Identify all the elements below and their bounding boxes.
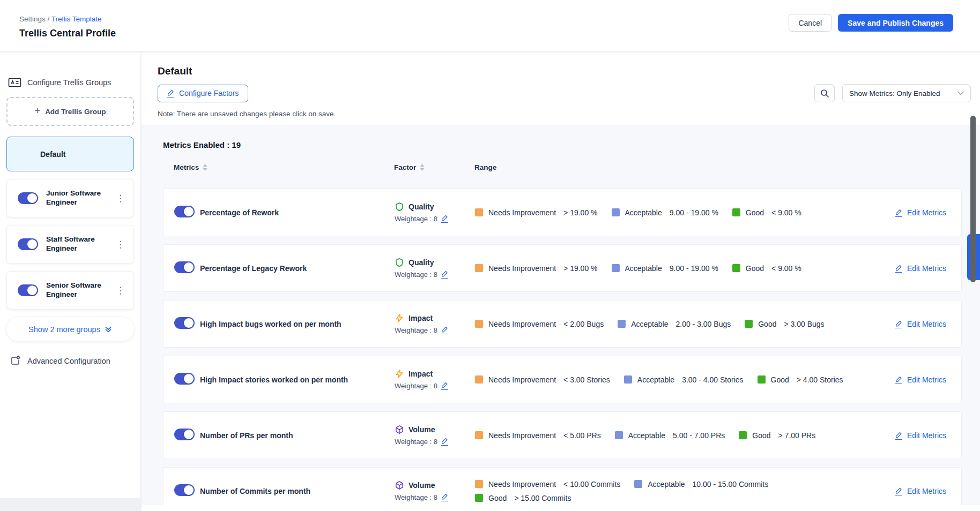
- metric-enabled-toggle[interactable]: [174, 261, 195, 273]
- edit-metrics-link[interactable]: Edit Metrics: [895, 320, 946, 328]
- sidebar-group-default[interactable]: Default: [6, 137, 134, 171]
- kebab-menu-icon[interactable]: ⋮: [115, 238, 126, 251]
- range-color-swatch: [475, 494, 483, 502]
- edit-metrics-link[interactable]: Edit Metrics: [895, 431, 946, 440]
- sort-factor-icon[interactable]: [420, 164, 425, 171]
- range-label: Good: [746, 264, 764, 273]
- factor-name: Quality: [409, 258, 434, 267]
- range-label: Acceptable: [631, 320, 668, 328]
- group-name: Senior Software Engineer: [46, 281, 115, 299]
- range-value: 3.00 - 4.00 Stories: [682, 375, 743, 384]
- breadcrumb-settings[interactable]: Settings: [19, 15, 46, 23]
- kebab-menu-icon[interactable]: ⋮: [115, 192, 126, 205]
- edit-metrics-label: Edit Metrics: [907, 431, 946, 440]
- metric-row: Percentage of Legacy Rework Quality Weig…: [163, 244, 962, 292]
- range-value: > 15.00 Commits: [514, 494, 571, 502]
- group-title: Default: [158, 65, 971, 77]
- metric-enabled-toggle[interactable]: [174, 373, 195, 385]
- edit-weightage-icon[interactable]: [441, 270, 448, 279]
- double-chevron-down-icon: [105, 326, 112, 333]
- range-chip: Good < 9.00 %: [732, 208, 801, 217]
- range-color-swatch: [618, 320, 626, 328]
- range-label: Needs Improvement: [488, 431, 556, 440]
- add-trellis-group-button[interactable]: + Add Trellis Group: [6, 97, 134, 126]
- group-enabled-toggle[interactable]: [18, 238, 38, 250]
- metric-name: Number of PRs per month: [200, 431, 395, 440]
- sort-metrics-icon[interactable]: [203, 164, 207, 171]
- sidebar-group-card[interactable]: Senior Software Engineer ⋮: [6, 271, 134, 310]
- kebab-menu-icon[interactable]: ⋮: [115, 284, 126, 297]
- sidebar-group-card[interactable]: Staff Software Engineer ⋮: [6, 225, 134, 264]
- range-chip: Good > 7.00 PRs: [739, 431, 815, 440]
- edit-weightage-icon[interactable]: [441, 437, 448, 446]
- factor-name: Quality: [409, 202, 434, 211]
- weightage-text: Weightage : 8: [395, 438, 437, 446]
- sidebar-group-card[interactable]: Junior Software Engineer ⋮: [6, 179, 134, 217]
- col-range-label: Range: [474, 163, 496, 171]
- metric-name: Percentage of Legacy Rework: [200, 264, 395, 273]
- configure-factors-button[interactable]: Configure Factors: [158, 85, 248, 102]
- advanced-config-label: Advanced Configuration: [27, 357, 110, 365]
- edit-metrics-link[interactable]: Edit Metrics: [895, 487, 946, 495]
- edit-weightage-icon[interactable]: [441, 326, 448, 334]
- metric-name: Number of Commits per month: [200, 487, 395, 495]
- edit-metrics-link[interactable]: Edit Metrics: [895, 208, 946, 217]
- edit-metrics-label: Edit Metrics: [907, 208, 946, 217]
- cancel-button[interactable]: Cancel: [789, 14, 831, 32]
- factor-name: Volume: [409, 481, 435, 490]
- breadcrumb-trellis-template[interactable]: Trellis Template: [51, 15, 102, 23]
- plus-icon: +: [35, 106, 41, 117]
- factor-name: Impact: [409, 370, 433, 378]
- range-chip: Good > 3.00 Bugs: [745, 320, 824, 328]
- metric-enabled-toggle[interactable]: [174, 429, 195, 440]
- range-label: Good: [746, 208, 764, 217]
- range-value: 9.00 - 19.00 %: [670, 208, 718, 217]
- pencil-icon: [895, 487, 902, 495]
- vertical-scrollbar-thumb[interactable]: [970, 116, 976, 282]
- edit-metrics-label: Edit Metrics: [907, 375, 946, 384]
- range-value: < 9.00 %: [771, 208, 801, 217]
- search-button[interactable]: [814, 84, 835, 102]
- range-cell: Needs Improvement < 2.00 Bugs Acceptable…: [475, 320, 866, 328]
- range-label: Acceptable: [637, 375, 674, 384]
- metric-row: Number of PRs per month Volume Weightage…: [163, 411, 962, 459]
- edit-weightage-icon[interactable]: [441, 381, 448, 390]
- show-metrics-value: Show Metrics: Only Enabled: [849, 89, 940, 97]
- edit-metrics-link[interactable]: Edit Metrics: [895, 375, 946, 384]
- range-value: 5.00 - 7.00 PRs: [673, 431, 725, 440]
- metric-enabled-toggle[interactable]: [174, 206, 195, 217]
- sidebar: Configure Trellis Groups + Add Trellis G…: [0, 52, 141, 498]
- edit-weightage-icon[interactable]: [441, 493, 448, 501]
- save-publish-button[interactable]: Save and Publish Changes: [838, 14, 953, 32]
- range-value: < 3.00 Stories: [563, 375, 610, 384]
- factor-name: Impact: [409, 314, 433, 322]
- metric-name: High Impact stories worked on per month: [200, 375, 395, 384]
- group-enabled-toggle[interactable]: [18, 192, 38, 204]
- range-value: < 2.00 Bugs: [563, 320, 604, 328]
- metric-row: Percentage of Rework Quality Weightage :…: [163, 189, 962, 236]
- factor-icon: [395, 202, 404, 212]
- range-label: Acceptable: [628, 431, 665, 440]
- edit-weightage-icon[interactable]: [441, 214, 448, 223]
- range-value: < 9.00 %: [771, 264, 801, 273]
- range-chip: Acceptable 10.00 - 15.00 Commits: [634, 480, 768, 489]
- metric-enabled-toggle[interactable]: [174, 484, 195, 496]
- edit-metrics-link[interactable]: Edit Metrics: [895, 264, 946, 273]
- show-metrics-dropdown[interactable]: Show Metrics: Only Enabled: [842, 84, 971, 102]
- top-header: Settings / Trellis Template Trellis Cent…: [0, 0, 980, 52]
- group-enabled-toggle[interactable]: [18, 284, 38, 296]
- metric-enabled-toggle[interactable]: [174, 317, 195, 329]
- pencil-icon: [895, 431, 902, 440]
- range-color-swatch: [745, 320, 753, 328]
- factor-icon: [395, 313, 404, 323]
- range-chip: Needs Improvement < 10.00 Commits: [475, 480, 620, 489]
- metrics-enabled-count: Metrics Enabled : 19: [142, 125, 980, 149]
- range-label: Needs Improvement: [488, 480, 556, 489]
- toggle-knob: [184, 430, 194, 439]
- range-value: 9.00 - 19.00 %: [670, 264, 718, 273]
- range-value: < 10.00 Commits: [563, 480, 620, 489]
- show-more-groups-button[interactable]: Show 2 more groups: [6, 317, 134, 341]
- group-name: Junior Software Engineer: [46, 189, 115, 207]
- range-value: > 3.00 Bugs: [784, 320, 824, 328]
- advanced-configuration-button[interactable]: Advanced Configuration: [6, 355, 134, 366]
